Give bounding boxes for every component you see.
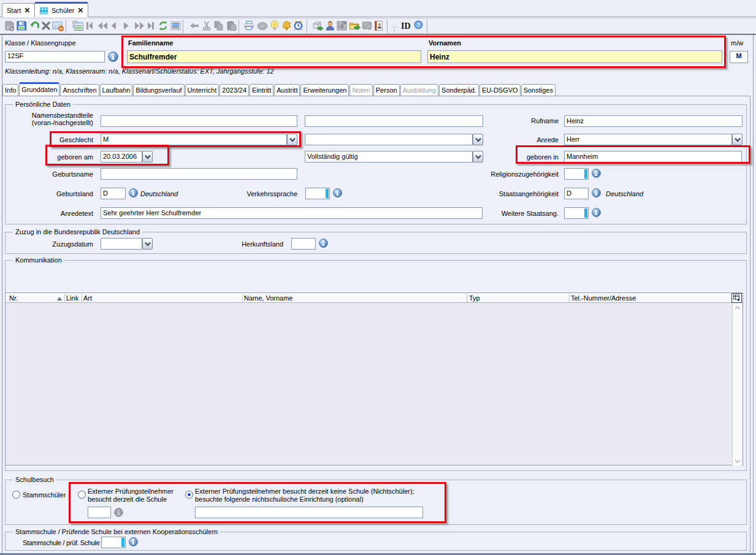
extern-schule-input[interactable]	[88, 507, 111, 518]
weitere-staatsang-input[interactable]	[564, 207, 589, 219]
bell-icon[interactable]	[281, 20, 294, 33]
undo-icon[interactable]	[29, 20, 41, 33]
tab-unterricht[interactable]: Unterricht	[185, 84, 220, 96]
column-header-tel[interactable]: Tel.-Nummer/Adresse	[571, 294, 636, 302]
save-icon[interactable]	[16, 20, 28, 33]
column-header-name[interactable]: Name, Vorname	[244, 294, 292, 302]
info-icon[interactable]	[108, 52, 118, 62]
vertical-scrollbar[interactable]	[732, 304, 742, 465]
geburtsland-input[interactable]: D	[101, 188, 126, 199]
refresh-icon[interactable]	[158, 20, 170, 33]
anrede-dropdown-button[interactable]	[732, 134, 743, 145]
column-header-nr[interactable]: Nr.	[9, 294, 18, 302]
help-icon[interactable]: ?	[413, 20, 426, 32]
stammschule-input[interactable]	[101, 537, 126, 548]
tab-2023-24[interactable]: 2023/24	[220, 84, 249, 96]
geboren-am-combo[interactable]: 20.03.2006	[101, 151, 142, 163]
tab-info[interactable]: Info	[2, 84, 18, 96]
zuzugsdatum-dropdown-button[interactable]	[142, 238, 153, 250]
id-button[interactable]: ID	[401, 21, 411, 31]
info-icon[interactable]	[592, 208, 601, 217]
folder-export-icon[interactable]	[349, 20, 361, 33]
screen-icon[interactable]	[362, 20, 374, 33]
rewind-icon[interactable]	[97, 20, 109, 33]
extern-keine-schule-radio[interactable]	[185, 491, 193, 499]
last-record-icon[interactable]	[147, 20, 159, 33]
tab-erweiterungen[interactable]: Erweiterungen	[300, 84, 349, 96]
list-icon[interactable]	[170, 20, 183, 33]
extern-besucht-schule-label[interactable]: Externer Prüfungsteilnehmerbesucht derze…	[88, 488, 174, 503]
first-record-icon[interactable]	[85, 20, 97, 33]
delete-icon[interactable]	[40, 20, 53, 33]
gueltig-combo[interactable]: Vollständig gültig	[305, 151, 473, 163]
export-box-icon[interactable]	[312, 20, 324, 33]
tab-anschriften[interactable]: Anschriften	[60, 84, 99, 96]
tab-eintritt[interactable]: Eintritt	[250, 84, 273, 96]
tab-laufbahn[interactable]: Laufbahn	[100, 84, 133, 96]
tab-eu-dsgvo[interactable]: EU-DSGVO	[479, 84, 521, 96]
familienname-input[interactable]: Schulfremder	[127, 50, 421, 63]
tab-austritt[interactable]: Austritt	[274, 84, 300, 96]
column-header-typ[interactable]: Typ	[469, 294, 480, 302]
verkehrssprache-input[interactable]	[305, 188, 330, 199]
close-icon[interactable]: ✕	[24, 7, 30, 13]
tab-person[interactable]: Person	[373, 84, 400, 96]
previous-record-icon[interactable]	[110, 20, 122, 33]
info-icon[interactable]	[333, 188, 342, 197]
doctab-start[interactable]: Start ✕	[2, 3, 35, 17]
nichtschulische-einrichtung-input[interactable]	[195, 507, 423, 518]
scroll-down-icon[interactable]	[735, 459, 741, 463]
column-chooser-button[interactable]	[731, 293, 742, 303]
column-header-link[interactable]: Link	[66, 294, 78, 302]
paste-icon[interactable]	[226, 20, 238, 33]
anrede-combo[interactable]: Herr	[564, 134, 732, 145]
tab-sonderpaed[interactable]: Sonderpäd.	[439, 84, 479, 96]
extern-keine-schule-label[interactable]: Externer Prüfungsteilnehmer besucht derz…	[195, 488, 414, 503]
doctab-schueler[interactable]: Schüler ✕	[34, 2, 88, 17]
tab-grunddaten[interactable]: Grunddaten	[19, 82, 59, 96]
stammschueler-radio[interactable]	[12, 491, 20, 499]
herkunftsland-input[interactable]	[291, 238, 316, 250]
back-arrow-icon[interactable]	[189, 20, 201, 33]
geschlecht-combo[interactable]: M	[101, 134, 287, 145]
scroll-up-icon[interactable]	[735, 306, 741, 310]
zuzugsdatum-combo[interactable]	[101, 238, 142, 250]
info-icon[interactable]	[592, 188, 601, 197]
copy-record-icon[interactable]	[72, 20, 84, 33]
column-header-art[interactable]: Art	[83, 294, 92, 302]
geburtsname-input[interactable]	[101, 168, 297, 180]
namensbestandteile-nach-input[interactable]	[305, 115, 483, 127]
rufname-input[interactable]: Heinz	[564, 115, 743, 127]
stammschueler-radio-label[interactable]: Stammschüler	[23, 491, 66, 499]
info-icon[interactable]	[592, 169, 601, 178]
geschlecht-dropdown-button[interactable]	[287, 134, 297, 145]
copy-icon[interactable]	[213, 20, 225, 33]
forward-icon[interactable]	[134, 20, 146, 33]
namensbestandteile-voran-input[interactable]	[101, 115, 297, 127]
klasse-input[interactable]: 12SF	[5, 51, 105, 63]
vornamen-input[interactable]: Heinz	[427, 50, 722, 63]
save-as-icon[interactable]	[4, 20, 16, 33]
staatsangehoerigkeit-input[interactable]: D	[564, 188, 589, 199]
print-icon[interactable]	[243, 20, 256, 33]
info-icon[interactable]	[129, 537, 138, 546]
tb-import-icon[interactable]: TB	[337, 20, 349, 33]
info-icon[interactable]	[129, 188, 138, 197]
alarm-icon[interactable]	[293, 20, 305, 33]
hint-icon[interactable]	[270, 20, 282, 33]
next-record-icon[interactable]	[123, 20, 135, 33]
close-icon[interactable]: ✕	[77, 7, 83, 13]
person-icon[interactable]	[325, 20, 337, 33]
address-book-icon[interactable]	[373, 20, 386, 33]
geschlecht-zusatz-combo[interactable]	[305, 134, 473, 145]
geboren-am-dropdown-button[interactable]	[142, 151, 153, 163]
form-remove-icon[interactable]	[52, 20, 64, 33]
geboren-in-input[interactable]: Mannheim	[564, 151, 742, 163]
disc-icon[interactable]	[257, 20, 269, 33]
tab-sonstiges[interactable]: Sonstiges	[521, 84, 556, 96]
extern-besucht-schule-radio[interactable]	[78, 491, 86, 499]
tab-bildungsverlauf[interactable]: Bildungsverlauf	[133, 84, 184, 96]
info-icon[interactable]	[319, 239, 328, 248]
religion-input[interactable]	[564, 168, 589, 180]
anredetext-input[interactable]: Sehr geehrter Herr Schulfremder	[101, 207, 483, 219]
